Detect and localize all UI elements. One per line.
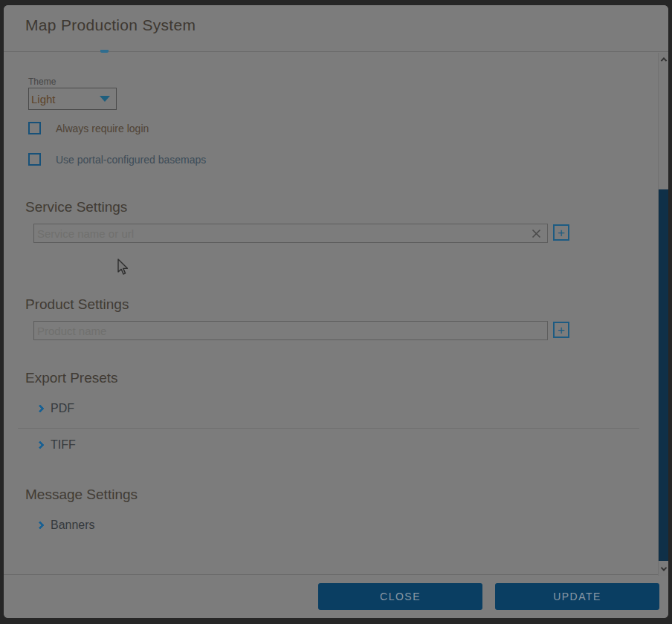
dialog-title: Map Production System [25, 16, 196, 34]
checkbox-label: Use portal-configured basemaps [56, 154, 206, 166]
dialog-header: Map Production System [4, 5, 668, 52]
chevron-down-icon [100, 96, 110, 102]
scrolled-element-fragment [100, 50, 109, 53]
expand-row-label: TIFF [51, 438, 76, 452]
mouse-cursor-icon [117, 259, 130, 279]
chevron-right-icon [36, 404, 44, 412]
chevron-up-icon [660, 57, 666, 63]
expand-row-pdf[interactable]: PDF [37, 402, 74, 415]
checkbox-portal-basemaps[interactable] [28, 153, 41, 166]
checkbox-always-require-login[interactable] [28, 122, 41, 134]
theme-label: Theme [28, 77, 56, 87]
plus-icon: + [558, 324, 565, 337]
service-name-input[interactable] [37, 227, 529, 240]
service-settings-heading: Service Settings [25, 199, 127, 215]
update-button[interactable]: UPDATE [495, 583, 659, 610]
chevron-right-icon [36, 521, 44, 529]
service-input-field [33, 224, 548, 243]
add-product-button[interactable]: + [553, 322, 569, 338]
theme-select[interactable]: Light [28, 88, 117, 110]
checkbox-row-portal-basemaps[interactable]: Use portal-configured basemaps [28, 153, 206, 166]
checkbox-label: Always require login [56, 123, 149, 134]
expand-row-tiff[interactable]: TIFF [37, 438, 76, 452]
clear-icon[interactable] [529, 227, 543, 240]
scrollbar-thumb[interactable] [659, 189, 668, 561]
theme-select-value: Light [31, 93, 100, 105]
expand-row-label: PDF [51, 402, 74, 415]
product-name-input[interactable] [37, 325, 543, 337]
vertical-scrollbar[interactable] [658, 53, 668, 576]
divider [18, 428, 639, 429]
plus-icon: + [558, 227, 565, 239]
chevron-right-icon [36, 441, 44, 449]
modal-backdrop: Map Production System Theme Light Always… [0, 0, 672, 624]
add-service-button[interactable]: + [553, 224, 569, 241]
close-button[interactable]: CLOSE [318, 583, 482, 610]
expand-row-label: Banners [51, 519, 95, 532]
product-input-field [33, 321, 548, 340]
product-settings-heading: Product Settings [25, 296, 129, 313]
chevron-down-icon [660, 565, 666, 571]
export-presets-heading: Export Presets [25, 370, 118, 386]
checkbox-row-always-require-login[interactable]: Always require login [28, 122, 149, 134]
scroll-down-arrow[interactable] [659, 562, 668, 576]
scroll-up-arrow[interactable] [659, 53, 668, 66]
map-production-system-dialog: Map Production System Theme Light Always… [4, 5, 668, 618]
message-settings-heading: Message Settings [25, 487, 138, 503]
expand-row-banners[interactable]: Banners [37, 519, 95, 532]
dialog-footer: CLOSE UPDATE [4, 574, 668, 618]
